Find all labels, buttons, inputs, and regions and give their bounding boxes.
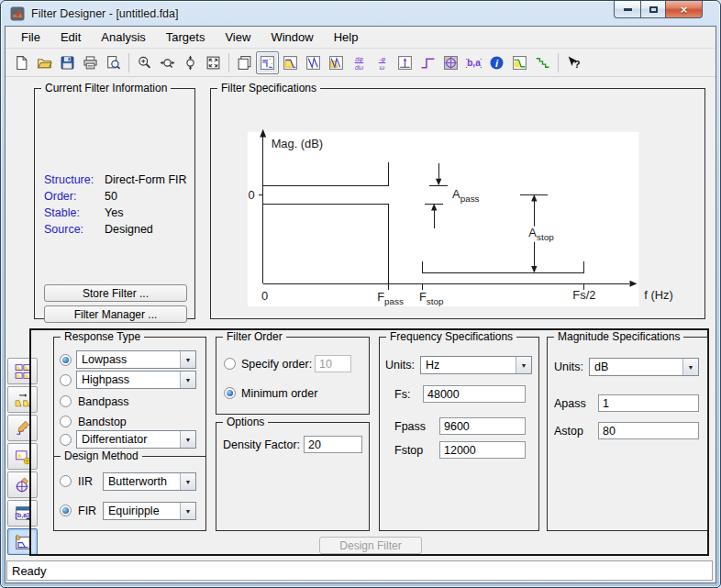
zoom-in-button[interactable]	[133, 51, 156, 74]
filter-information-button[interactable]: i	[485, 51, 508, 74]
fir-radio[interactable]	[60, 505, 72, 516]
filter-manager-icon	[237, 55, 252, 71]
differentiator-radio[interactable]	[60, 434, 72, 446]
chevron-down-icon: ▼	[180, 351, 195, 368]
magnitude-specifications-group: Magnitude Specifications Units: dB ▼ Apa…	[547, 337, 708, 531]
source-value: Designed	[105, 223, 153, 236]
lowpass-dropdown[interactable]: Lowpass▼	[76, 350, 196, 369]
order-label: Order:	[44, 190, 76, 203]
client-area: FileEditAnalysisTargetsViewWindowHelp dφ…	[5, 26, 716, 583]
help-pointer-icon: ?	[566, 55, 582, 71]
group-delay-response-button[interactable]: dφdω	[348, 51, 371, 74]
bandpass-label: Bandpass	[78, 395, 129, 408]
filter-manager-button[interactable]: Filter Manager ...	[44, 305, 187, 323]
astop-input[interactable]	[598, 422, 699, 439]
magnitude-response-button[interactable]	[279, 51, 302, 74]
menu-analysis[interactable]: Analysis	[91, 27, 155, 48]
menu-targets[interactable]: Targets	[156, 27, 216, 48]
impulse-response-icon	[397, 55, 413, 71]
freq-units-dropdown[interactable]: Hz ▼	[420, 356, 532, 374]
stable-label: Stable:	[44, 206, 80, 219]
apass-label: Apass	[554, 397, 586, 410]
zoom-x-button[interactable]	[156, 51, 179, 74]
close-button[interactable]: ×	[666, 1, 703, 18]
realize-model-icon	[15, 449, 31, 465]
filter-manager-button[interactable]	[233, 51, 256, 74]
fir-label: FIR	[78, 505, 96, 517]
iir-method-dropdown[interactable]: Butterworth ▼	[103, 472, 196, 491]
zoom-in-icon	[137, 55, 152, 71]
fir-method-dropdown[interactable]: Equiripple ▼	[103, 502, 196, 520]
maximize-button[interactable]	[640, 1, 666, 18]
step-response-button[interactable]	[416, 51, 439, 74]
svg-text:dω: dω	[355, 63, 364, 70]
titlebar: Filter Designer - [untitled.fda]	[1, 1, 720, 26]
print-preview-button[interactable]	[102, 51, 125, 74]
order-value: 50	[105, 190, 117, 203]
iir-radio[interactable]	[60, 475, 72, 487]
density-factor-label: Density Factor:	[223, 438, 300, 451]
zoom-y-button[interactable]	[179, 51, 202, 74]
menu-help[interactable]: Help	[324, 27, 369, 48]
chevron-down-icon: ▼	[516, 357, 531, 373]
fstop-input[interactable]	[439, 441, 526, 459]
chevron-down-icon: ▼	[180, 431, 195, 448]
apass-input[interactable]	[598, 394, 699, 412]
magnitude-phase-response-button[interactable]	[325, 51, 348, 74]
options-title: Options	[223, 416, 268, 428]
magnitude-phase-icon	[328, 55, 344, 71]
filter-specifications-button[interactable]	[256, 51, 279, 74]
design-filter-button[interactable]: Design Filter	[319, 537, 422, 554]
design-panel: Response Type Lowpass▼Highpass▼BandpassB…	[29, 328, 709, 556]
phase-delay-response-button[interactable]: -φω	[371, 51, 394, 74]
save-session-button[interactable]	[56, 51, 79, 74]
filter-coefficients-button[interactable]: [b,a]	[462, 51, 485, 74]
svg-text:ω: ω	[380, 63, 385, 70]
lowpass-radio[interactable]	[60, 354, 72, 366]
minimize-button[interactable]	[614, 1, 640, 18]
pole-zero-plot-button[interactable]	[439, 51, 462, 74]
bandpass-radio[interactable]	[60, 395, 72, 407]
window-controls: ×	[614, 1, 703, 18]
print-button[interactable]	[79, 51, 102, 74]
magnitude-response-icon	[283, 55, 298, 71]
magnitude-response-estimate-button[interactable]	[508, 51, 531, 74]
pole-zero-icon	[443, 55, 459, 71]
new-session-button[interactable]	[10, 51, 33, 74]
density-factor-input[interactable]	[304, 436, 362, 453]
bandstop-radio[interactable]	[60, 416, 72, 427]
chevron-down-icon: ▼	[180, 473, 195, 490]
zoom-x-icon	[160, 55, 175, 71]
highpass-radio[interactable]	[60, 374, 72, 386]
menu-file[interactable]: File	[11, 27, 50, 48]
differentiator-dropdown[interactable]: Differentiator▼	[76, 430, 196, 449]
mag-units-label: Units:	[554, 361, 583, 373]
open-session-button[interactable]	[33, 51, 56, 74]
impulse-response-button[interactable]	[394, 51, 416, 74]
highpass-dropdown[interactable]: Highpass▼	[76, 371, 196, 389]
round-off-noise-power-button[interactable]	[531, 51, 554, 74]
store-filter-button[interactable]: Store Filter ...	[44, 284, 187, 302]
magnitude-specifications-title: Magnitude Specifications	[554, 330, 683, 343]
frequency-specifications-group: Frequency Specifications Units: Hz ▼ Fs:…	[379, 337, 539, 531]
specify-order-radio[interactable]	[224, 358, 236, 370]
plot-fs2-label: Fs/2	[572, 288, 595, 302]
whats-this-help-button[interactable]: ?	[562, 51, 585, 74]
menu-window[interactable]: Window	[261, 27, 323, 48]
svg-text:[b,a]: [b,a]	[466, 58, 482, 68]
current-filter-info-title: Current Filter Information	[41, 82, 171, 94]
full-view-button[interactable]	[202, 51, 225, 74]
fs-input[interactable]	[423, 385, 526, 403]
menu-edit[interactable]: Edit	[50, 27, 91, 48]
specify-order-input[interactable]	[315, 355, 351, 372]
filter-designer-window: Filter Designer - [untitled.fda] × FileE…	[0, 0, 721, 588]
minimum-order-radio[interactable]	[224, 387, 236, 399]
fpass-input[interactable]	[439, 417, 526, 435]
menu-view[interactable]: View	[215, 27, 261, 48]
source-label: Source:	[44, 223, 83, 236]
filter-specifications-group: Filter Specifications	[210, 88, 705, 319]
toolbar: dφdω-φω[b,a]i?	[6, 49, 715, 77]
quantization-icon	[15, 420, 31, 437]
phase-response-button[interactable]	[302, 51, 325, 74]
mag-units-dropdown[interactable]: dB ▼	[589, 358, 699, 376]
